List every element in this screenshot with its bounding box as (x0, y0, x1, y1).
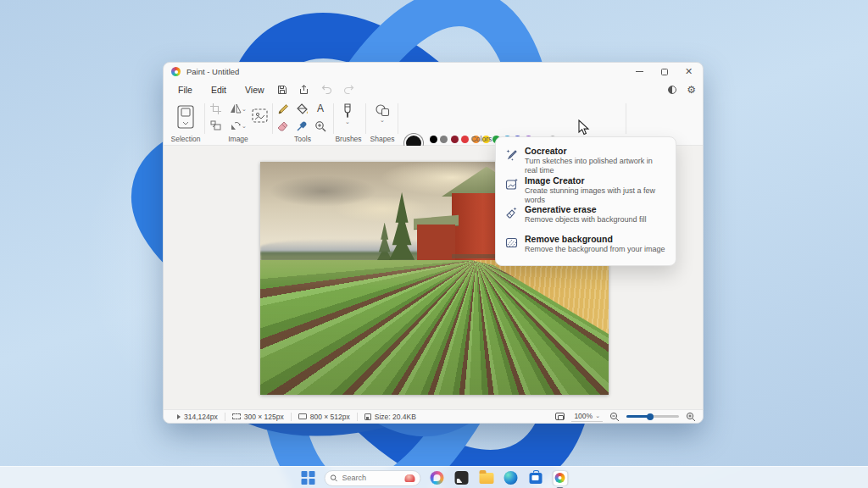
selection-icon (177, 105, 194, 129)
text-tool-button[interactable]: A (314, 103, 326, 114)
menu-item-cocreator[interactable]: Cocreator Turn sketches into polished ar… (496, 143, 676, 173)
chevron-down-icon: ⌄ (380, 117, 385, 123)
color-swatch[interactable] (440, 136, 448, 143)
menu-item-image-creator[interactable]: Image Creator Create stunning images wit… (496, 173, 676, 202)
theme-toggle-icon[interactable] (668, 86, 676, 94)
image-sparkle-icon (505, 178, 518, 191)
shapes-button[interactable]: ⌄ (375, 104, 390, 123)
desktop: Paint - Untitled ✕ File Edit View (0, 0, 868, 488)
selection-size-icon (232, 413, 241, 419)
menu-edit[interactable]: Edit (202, 83, 236, 97)
windows-logo-icon (302, 471, 315, 485)
color-swatch[interactable] (430, 136, 437, 143)
copilot-dropdown-menu: Cocreator Turn sketches into polished ar… (495, 136, 676, 266)
divider (365, 103, 366, 134)
canvas-size-icon (298, 413, 307, 419)
taskbar-copilot-icon[interactable] (429, 469, 446, 486)
window-title: Paint - Untitled (186, 67, 239, 76)
menu-item-title: Generative erase (525, 204, 667, 215)
shapes-label: Shapes (370, 135, 395, 143)
taskbar-terminal-icon[interactable] (453, 469, 470, 486)
divider (626, 103, 626, 134)
eraser-tool-button[interactable] (277, 120, 289, 131)
settings-gear-icon[interactable]: ⚙ (687, 85, 696, 95)
maximize-button[interactable] (652, 63, 676, 80)
file-size-icon (364, 413, 371, 420)
tools-label: Tools (294, 135, 311, 143)
menu-item-desc: Remove the background from your image (525, 245, 667, 254)
divider (204, 103, 205, 134)
remove-background-icon (505, 236, 518, 249)
pencil-tool-button[interactable] (277, 103, 289, 115)
weather-widget-icon (405, 474, 415, 482)
canvas-size-readout: 800 × 512px (292, 413, 357, 421)
rotate-button[interactable]: ⌄ (230, 120, 247, 130)
menu-item-title: Image Creator (525, 175, 667, 186)
fit-to-screen-button[interactable] (555, 413, 565, 420)
taskbar-store-icon[interactable] (527, 469, 544, 486)
magnifier-tool-button[interactable] (314, 120, 326, 132)
resize-button[interactable] (210, 120, 221, 130)
search-icon (331, 474, 338, 482)
eraser-sparkle-icon (505, 207, 518, 219)
menu-file[interactable]: File (169, 83, 202, 97)
taskbar-search[interactable] (325, 470, 421, 486)
zoom-level-dropdown[interactable]: 100% ⌄ (571, 412, 603, 422)
colors-label: Colors (471, 135, 492, 143)
image-label: Image (228, 135, 248, 143)
image-options-button[interactable] (251, 108, 269, 124)
menu-item-generative-erase[interactable]: Generative erase Remove objects with bac… (496, 202, 676, 231)
divider (333, 103, 334, 134)
save-icon[interactable] (277, 85, 296, 95)
color-picker-tool-button[interactable] (296, 120, 308, 132)
cursor-position-readout: 314,124px (170, 413, 225, 421)
share-icon[interactable] (299, 85, 318, 95)
magic-pen-icon (505, 148, 518, 161)
chevron-down-icon: ⌄ (242, 106, 247, 112)
close-button[interactable]: ✕ (676, 63, 701, 80)
barn-shed (417, 225, 455, 259)
divider (398, 103, 398, 134)
chevron-down-icon: ⌄ (242, 123, 247, 129)
menu-item-desc: Remove objects with background fill (525, 215, 667, 225)
paint-window: Paint - Untitled ✕ File Edit View (163, 62, 704, 424)
zoom-in-button[interactable] (686, 412, 696, 422)
divider (272, 103, 273, 134)
taskbar (0, 466, 868, 488)
undo-icon[interactable] (321, 85, 340, 94)
selection-label: Selection (171, 135, 201, 143)
crop-button[interactable] (210, 103, 221, 114)
mouse-cursor (578, 119, 590, 140)
status-bar: 314,124px 300 × 125px 800 × 512px Size: … (164, 409, 703, 423)
menu-view[interactable]: View (236, 83, 274, 97)
menu-item-title: Cocreator (525, 146, 667, 157)
zoom-out-button[interactable] (609, 412, 620, 422)
color-swatch[interactable] (451, 136, 459, 143)
file-size-readout: Size: 20.4KB (358, 413, 423, 421)
cursor-position-icon (177, 414, 181, 419)
flip-button[interactable]: ⌄ (230, 103, 247, 114)
title-bar: Paint - Untitled ✕ (164, 63, 703, 80)
menu-item-remove-background[interactable]: Remove background Remove the background … (496, 231, 676, 261)
taskbar-paint-icon[interactable] (552, 469, 569, 486)
search-input[interactable] (342, 474, 393, 482)
minimize-button[interactable] (627, 63, 652, 80)
taskbar-edge-icon[interactable] (503, 469, 520, 486)
paint-app-icon (171, 67, 181, 76)
start-button[interactable] (300, 469, 317, 486)
chevron-down-icon: ⌄ (345, 119, 350, 125)
redo-icon[interactable] (343, 85, 362, 94)
brushes-label: Brushes (335, 135, 361, 143)
color-swatch[interactable] (461, 136, 469, 143)
text-tool-glyph: A (317, 103, 324, 114)
zoom-slider-thumb[interactable] (647, 413, 654, 420)
menu-item-title: Remove background (525, 234, 667, 245)
brushes-button[interactable]: ⌄ (342, 103, 353, 125)
menu-bar: File Edit View ⚙ (164, 80, 703, 98)
chevron-down-icon: ⌄ (595, 413, 600, 419)
taskbar-file-explorer-icon[interactable] (478, 469, 495, 486)
selection-size-readout: 300 × 125px (225, 413, 291, 421)
zoom-slider[interactable] (626, 415, 679, 418)
selection-tool-button[interactable] (175, 102, 197, 132)
fill-tool-button[interactable] (296, 103, 309, 115)
